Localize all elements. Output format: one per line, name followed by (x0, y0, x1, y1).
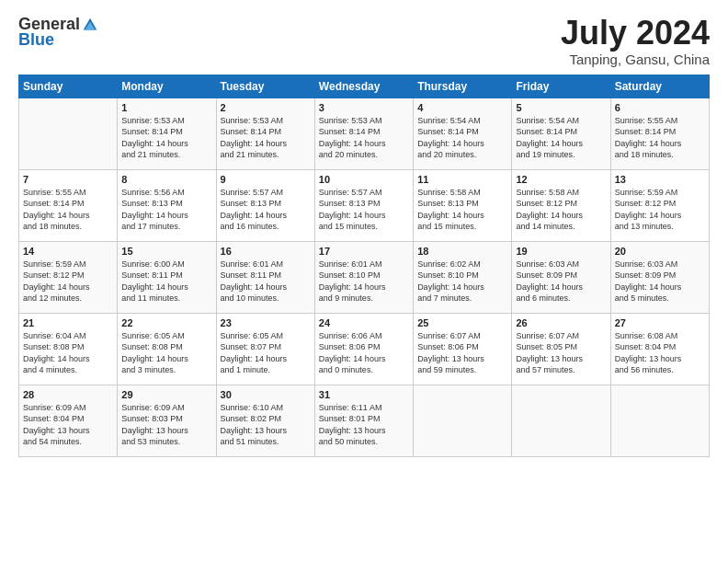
day-number: 18 (417, 246, 507, 257)
day-info: Sunrise: 6:05 AM Sunset: 8:08 PM Dayligh… (121, 330, 211, 376)
calendar-cell: 27Sunrise: 6:08 AM Sunset: 8:04 PM Dayli… (610, 313, 709, 385)
calendar-cell: 4Sunrise: 5:54 AM Sunset: 8:14 PM Daylig… (414, 98, 512, 169)
day-info: Sunrise: 5:54 AM Sunset: 8:14 PM Dayligh… (516, 115, 606, 161)
day-info: Sunrise: 5:58 AM Sunset: 8:13 PM Dayligh… (417, 187, 507, 233)
column-header-tuesday: Tuesday (216, 75, 314, 98)
calendar-cell: 3Sunrise: 5:53 AM Sunset: 8:14 PM Daylig… (314, 98, 413, 169)
week-row-4: 21Sunrise: 6:04 AM Sunset: 8:08 PM Dayli… (19, 313, 710, 385)
day-info: Sunrise: 5:59 AM Sunset: 8:12 PM Dayligh… (23, 259, 113, 304)
calendar-cell: 6Sunrise: 5:55 AM Sunset: 8:14 PM Daylig… (610, 98, 709, 169)
logo-blue-text: Blue (18, 30, 54, 50)
day-number: 3 (319, 102, 409, 113)
calendar-cell: 8Sunrise: 5:56 AM Sunset: 8:13 PM Daylig… (118, 169, 216, 241)
calendar-cell: 29Sunrise: 6:09 AM Sunset: 8:03 PM Dayli… (118, 385, 216, 456)
calendar-cell: 31Sunrise: 6:11 AM Sunset: 8:01 PM Dayli… (314, 385, 413, 456)
column-header-sunday: Sunday (19, 75, 118, 98)
calendar-cell: 25Sunrise: 6:07 AM Sunset: 8:06 PM Dayli… (414, 313, 512, 385)
day-number: 24 (319, 317, 409, 328)
week-row-2: 7Sunrise: 5:55 AM Sunset: 8:14 PM Daylig… (19, 169, 710, 241)
day-info: Sunrise: 6:03 AM Sunset: 8:09 PM Dayligh… (516, 259, 606, 304)
day-info: Sunrise: 6:03 AM Sunset: 8:09 PM Dayligh… (615, 259, 705, 304)
calendar-cell: 5Sunrise: 5:54 AM Sunset: 8:14 PM Daylig… (512, 98, 610, 169)
calendar-cell (414, 385, 512, 456)
location: Tanping, Gansu, China (561, 52, 710, 67)
day-info: Sunrise: 6:06 AM Sunset: 8:06 PM Dayligh… (319, 330, 409, 376)
day-number: 20 (615, 246, 705, 257)
day-info: Sunrise: 6:00 AM Sunset: 8:11 PM Dayligh… (121, 259, 211, 304)
calendar-cell: 30Sunrise: 6:10 AM Sunset: 8:02 PM Dayli… (216, 385, 314, 456)
day-number: 8 (121, 174, 211, 185)
day-info: Sunrise: 6:08 AM Sunset: 8:04 PM Dayligh… (615, 330, 705, 376)
day-number: 11 (417, 174, 507, 185)
day-number: 31 (319, 389, 409, 400)
day-number: 5 (516, 102, 606, 113)
calendar-cell: 7Sunrise: 5:55 AM Sunset: 8:14 PM Daylig… (19, 169, 118, 241)
logo-icon (82, 17, 98, 33)
header: General Blue July 2024 Tanping, Gansu, C… (18, 15, 710, 67)
column-header-monday: Monday (118, 75, 216, 98)
day-info: Sunrise: 6:05 AM Sunset: 8:07 PM Dayligh… (221, 330, 311, 376)
day-info: Sunrise: 6:04 AM Sunset: 8:08 PM Dayligh… (23, 330, 113, 376)
day-info: Sunrise: 5:55 AM Sunset: 8:14 PM Dayligh… (615, 115, 705, 161)
day-info: Sunrise: 6:10 AM Sunset: 8:02 PM Dayligh… (221, 402, 311, 448)
day-info: Sunrise: 6:01 AM Sunset: 8:10 PM Dayligh… (319, 259, 409, 304)
calendar-cell: 17Sunrise: 6:01 AM Sunset: 8:10 PM Dayli… (314, 241, 413, 313)
calendar-cell: 20Sunrise: 6:03 AM Sunset: 8:09 PM Dayli… (610, 241, 709, 313)
day-info: Sunrise: 5:59 AM Sunset: 8:12 PM Dayligh… (615, 187, 705, 233)
day-number: 14 (23, 246, 113, 257)
day-number: 12 (516, 174, 606, 185)
day-info: Sunrise: 5:58 AM Sunset: 8:12 PM Dayligh… (516, 187, 606, 233)
calendar-header: SundayMondayTuesdayWednesdayThursdayFrid… (19, 75, 710, 98)
day-number: 25 (417, 317, 507, 328)
day-number: 26 (516, 317, 606, 328)
day-number: 13 (615, 174, 705, 185)
calendar-cell: 18Sunrise: 6:02 AM Sunset: 8:10 PM Dayli… (414, 241, 512, 313)
calendar-body: 1Sunrise: 5:53 AM Sunset: 8:14 PM Daylig… (19, 98, 710, 456)
day-info: Sunrise: 6:07 AM Sunset: 8:05 PM Dayligh… (516, 330, 606, 376)
calendar-cell: 15Sunrise: 6:00 AM Sunset: 8:11 PM Dayli… (118, 241, 216, 313)
day-number: 10 (319, 174, 409, 185)
day-number: 28 (23, 389, 113, 400)
calendar-cell (19, 98, 118, 169)
day-info: Sunrise: 6:09 AM Sunset: 8:03 PM Dayligh… (121, 402, 211, 448)
day-info: Sunrise: 6:02 AM Sunset: 8:10 PM Dayligh… (417, 259, 507, 304)
day-info: Sunrise: 6:11 AM Sunset: 8:01 PM Dayligh… (319, 402, 409, 448)
day-number: 1 (121, 102, 211, 113)
logo: General Blue (18, 15, 98, 50)
day-number: 19 (516, 246, 606, 257)
calendar-cell (610, 385, 709, 456)
calendar-cell: 9Sunrise: 5:57 AM Sunset: 8:13 PM Daylig… (216, 169, 314, 241)
page: General Blue July 2024 Tanping, Gansu, C… (0, 0, 728, 563)
calendar-cell: 13Sunrise: 5:59 AM Sunset: 8:12 PM Dayli… (610, 169, 709, 241)
month-title: July 2024 (561, 15, 710, 52)
day-info: Sunrise: 6:07 AM Sunset: 8:06 PM Dayligh… (417, 330, 507, 376)
column-header-wednesday: Wednesday (314, 75, 413, 98)
calendar-cell: 24Sunrise: 6:06 AM Sunset: 8:06 PM Dayli… (314, 313, 413, 385)
calendar-cell: 11Sunrise: 5:58 AM Sunset: 8:13 PM Dayli… (414, 169, 512, 241)
calendar-cell: 1Sunrise: 5:53 AM Sunset: 8:14 PM Daylig… (118, 98, 216, 169)
calendar-cell: 19Sunrise: 6:03 AM Sunset: 8:09 PM Dayli… (512, 241, 610, 313)
calendar-table: SundayMondayTuesdayWednesdayThursdayFrid… (18, 75, 710, 457)
day-number: 17 (319, 246, 409, 257)
column-header-thursday: Thursday (414, 75, 512, 98)
day-number: 27 (615, 317, 705, 328)
day-info: Sunrise: 5:54 AM Sunset: 8:14 PM Dayligh… (417, 115, 507, 161)
day-number: 22 (121, 317, 211, 328)
day-number: 2 (221, 102, 311, 113)
calendar-cell: 28Sunrise: 6:09 AM Sunset: 8:04 PM Dayli… (19, 385, 118, 456)
day-info: Sunrise: 5:53 AM Sunset: 8:14 PM Dayligh… (121, 115, 211, 161)
day-number: 9 (221, 174, 311, 185)
day-number: 16 (221, 246, 311, 257)
day-number: 23 (221, 317, 311, 328)
calendar-cell: 12Sunrise: 5:58 AM Sunset: 8:12 PM Dayli… (512, 169, 610, 241)
day-info: Sunrise: 5:57 AM Sunset: 8:13 PM Dayligh… (319, 187, 409, 233)
day-number: 6 (615, 102, 705, 113)
day-info: Sunrise: 5:57 AM Sunset: 8:13 PM Dayligh… (221, 187, 311, 233)
calendar-cell: 2Sunrise: 5:53 AM Sunset: 8:14 PM Daylig… (216, 98, 314, 169)
day-info: Sunrise: 5:53 AM Sunset: 8:14 PM Dayligh… (319, 115, 409, 161)
day-number: 30 (221, 389, 311, 400)
day-info: Sunrise: 5:56 AM Sunset: 8:13 PM Dayligh… (121, 187, 211, 233)
week-row-1: 1Sunrise: 5:53 AM Sunset: 8:14 PM Daylig… (19, 98, 710, 169)
calendar-cell: 10Sunrise: 5:57 AM Sunset: 8:13 PM Dayli… (314, 169, 413, 241)
calendar-cell: 16Sunrise: 6:01 AM Sunset: 8:11 PM Dayli… (216, 241, 314, 313)
